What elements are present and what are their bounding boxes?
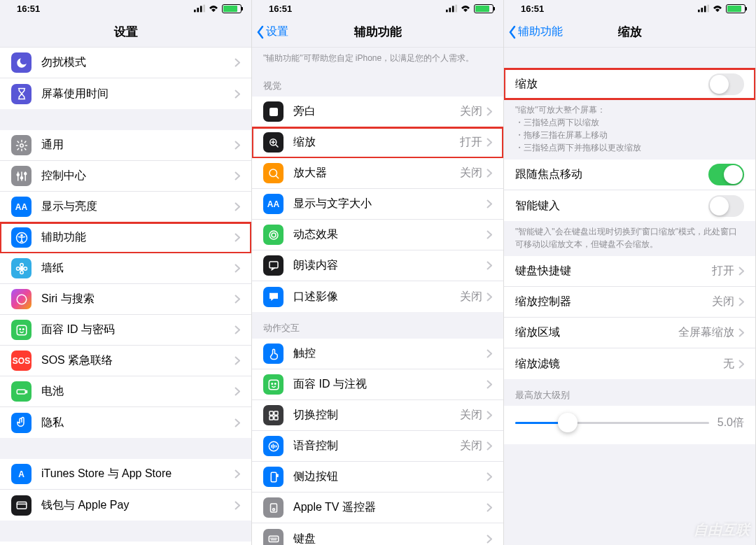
svg-point-42 xyxy=(274,383,276,384)
chevron-right-icon xyxy=(486,230,492,239)
row-zoomfilter[interactable]: 缩放滤镜无 xyxy=(504,348,755,379)
row-label: 辅助功能 xyxy=(41,230,234,245)
navbar-settings: 设置 xyxy=(0,17,251,48)
row-label: 切换控制 xyxy=(293,408,460,423)
chevron-right-icon xyxy=(234,58,240,67)
wifi-icon xyxy=(712,4,723,13)
row-wallpaper[interactable]: 墙纸 xyxy=(0,253,251,284)
svg-rect-40 xyxy=(269,380,279,390)
back-label: 辅助功能 xyxy=(518,24,563,39)
row-label: Apple TV 遥控器 xyxy=(293,500,486,515)
chevron-right-icon xyxy=(738,360,744,369)
status-bar: 16:51 xyxy=(252,0,503,17)
row-siri[interactable]: Siri 与搜索 xyxy=(0,284,251,315)
svg-point-8 xyxy=(17,174,19,176)
settings-list[interactable]: 勿扰模式屏幕使用时间通用控制中心AA显示与亮度辅助功能墙纸Siri 与搜索面容 … xyxy=(0,48,251,545)
svg-point-41 xyxy=(272,383,273,384)
row-voicectrl[interactable]: 语音控制关闭 xyxy=(252,431,503,462)
svg-point-39 xyxy=(274,295,276,297)
row-value: 全屏幕缩放 xyxy=(678,325,734,340)
chevron-right-icon xyxy=(486,107,492,116)
row-voiceover[interactable]: 旁白关闭 xyxy=(252,97,503,127)
row-switchctrl[interactable]: 切换控制关闭 xyxy=(252,400,503,431)
row-privacy[interactable]: 隐私 xyxy=(0,407,251,438)
back-button[interactable]: 辅助功能 xyxy=(508,17,563,47)
switchctrl-icon xyxy=(263,405,284,425)
chevron-right-icon xyxy=(234,141,240,150)
row-textsize[interactable]: AA显示与文字大小 xyxy=(252,189,503,220)
row-label: 动态效果 xyxy=(293,227,486,242)
row-touch[interactable]: 触控 xyxy=(252,339,503,369)
chevron-right-icon xyxy=(486,349,492,358)
chevron-right-icon xyxy=(234,171,240,181)
voiceover-icon xyxy=(263,101,284,122)
row-value: 关闭 xyxy=(460,408,482,423)
chevron-right-icon xyxy=(234,264,240,273)
row-itunes[interactable]: AiTunes Store 与 App Store xyxy=(0,459,251,490)
zoom-settings[interactable]: 缩放"缩放"可放大整个屏幕：・三指轻点两下以缩放・拖移三指在屏幕上移动・三指轻点… xyxy=(504,48,755,545)
svg-point-34 xyxy=(270,231,278,239)
row-magnifier[interactable]: 放大器关闭 xyxy=(252,158,503,189)
smarttyping-switch[interactable] xyxy=(708,195,744,217)
signal-icon xyxy=(194,4,205,13)
accessibility-list[interactable]: "辅助功能"可帮助您自定 iPhone，以满足您的个人需求。视觉旁白关闭缩放打开… xyxy=(252,48,503,545)
appletv-icon xyxy=(263,497,284,518)
followfocus-switch[interactable] xyxy=(708,164,744,185)
chevron-right-icon xyxy=(486,411,492,420)
row-label: 侧边按钮 xyxy=(293,469,486,484)
settings-section: AiTunes Store 与 App Store钱包与 Apple Pay xyxy=(0,459,251,521)
row-wallet[interactable]: 钱包与 Apple Pay xyxy=(0,490,251,521)
svg-rect-44 xyxy=(274,411,277,415)
row-sidebutton[interactable]: 侧边按钮 xyxy=(252,462,503,493)
row-appletv[interactable]: Apple TV 遥控器 xyxy=(252,493,503,523)
row-followfocus[interactable]: 跟随焦点移动 xyxy=(504,160,755,190)
row-controlcenter[interactable]: 控制中心 xyxy=(0,161,251,192)
row-label: 跟随焦点移动 xyxy=(515,167,708,182)
row-accessibility[interactable]: 辅助功能 xyxy=(0,222,251,253)
row-audiodesc[interactable]: 口述影像关闭 xyxy=(252,281,503,312)
row-motion[interactable]: 动态效果 xyxy=(252,220,503,250)
row-sos[interactable]: SOSSOS 紧急联络 xyxy=(0,346,251,376)
row-faceattn[interactable]: 面容 ID 与注视 xyxy=(252,369,503,400)
smart-typing-note: "智能键入"会在键盘出现时切换到"窗口缩放"模式，此处窗口可移动以缩放文本，但键… xyxy=(504,221,755,256)
status-bar: 16:51 xyxy=(504,0,755,17)
row-zoom[interactable]: 缩放打开 xyxy=(252,127,503,158)
svg-rect-24 xyxy=(17,502,27,509)
settings-section: 通用控制中心AA显示与亮度辅助功能墙纸Siri 与搜索面容 ID 与密码SOSS… xyxy=(0,130,251,438)
row-kbshort[interactable]: 键盘快捷键打开 xyxy=(504,256,755,287)
general-icon xyxy=(11,135,31,155)
wifi-icon xyxy=(460,4,471,13)
row-label: 语音控制 xyxy=(293,439,460,453)
row-display[interactable]: AA显示与亮度 xyxy=(0,192,251,222)
row-speech[interactable]: 朗读内容 xyxy=(252,250,503,281)
row-label: 通用 xyxy=(41,138,234,153)
row-screentime[interactable]: 屏幕使用时间 xyxy=(0,78,251,109)
row-dnd[interactable]: 勿扰模式 xyxy=(0,48,251,78)
back-button[interactable]: 设置 xyxy=(256,17,288,47)
zoom-switch[interactable] xyxy=(708,73,744,95)
row-value: 关闭 xyxy=(712,295,734,309)
chevron-right-icon xyxy=(234,233,240,242)
row-general[interactable]: 通用 xyxy=(0,130,251,161)
svg-point-17 xyxy=(24,267,27,270)
svg-point-16 xyxy=(16,267,20,270)
svg-point-35 xyxy=(272,233,276,237)
row-keyboard[interactable]: 键盘 xyxy=(252,523,503,545)
row-zoomctrl[interactable]: 缩放控制器关闭 xyxy=(504,287,755,318)
row-value: 关闭 xyxy=(460,439,482,453)
row-label: 智能键入 xyxy=(515,199,708,213)
svg-rect-56 xyxy=(707,5,709,13)
chevron-right-icon xyxy=(486,503,492,512)
row-zoomregion[interactable]: 缩放区域全屏幕缩放 xyxy=(504,318,755,348)
row-smarttyping[interactable]: 智能键入 xyxy=(504,190,755,221)
row-faceid[interactable]: 面容 ID 与密码 xyxy=(0,315,251,346)
row-passwords[interactable]: 密码与帐户 xyxy=(0,542,251,545)
svg-rect-49 xyxy=(276,474,278,476)
max-zoom-slider[interactable] xyxy=(515,422,709,424)
status-bar: 16:51 xyxy=(0,0,251,17)
audiodesc-icon xyxy=(263,287,284,307)
row-battery[interactable]: 电池 xyxy=(0,376,251,407)
zoom-toggle-row[interactable]: 缩放 xyxy=(504,69,755,99)
row-label: 朗读内容 xyxy=(293,258,486,273)
battery-icon xyxy=(726,4,746,13)
